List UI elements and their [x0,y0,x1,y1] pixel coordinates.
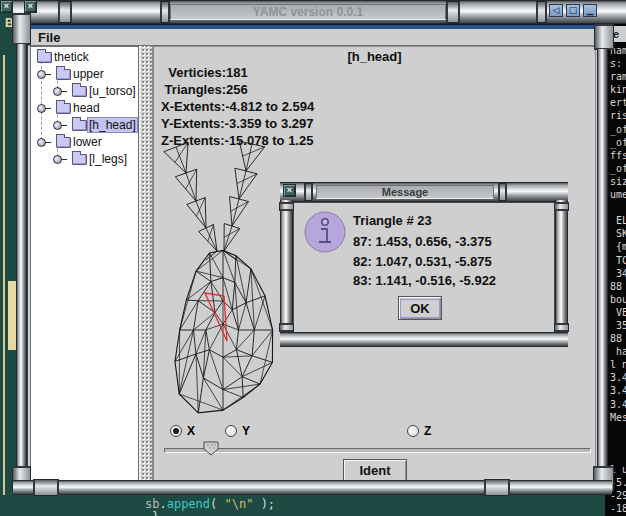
tree-item-label: head [71,101,102,115]
titlebar-joint [446,1,460,23]
tree-item-h-head[interactable]: [h_head] [53,117,138,133]
model-tree-panel: thetick upper [u_torso] head [h_head] lo… [30,46,139,481]
dialog-corner-joint [279,202,294,211]
tree-item-label: thetick [52,50,91,64]
radio-y-icon[interactable] [225,425,237,437]
tree-item-label: [l_legs] [87,152,129,166]
radio-x-label: X [187,424,195,438]
tree-handle-icon[interactable] [37,104,46,113]
dialog-titlebar-joint [304,183,313,201]
folder-icon [56,69,71,80]
dialog-body: Triangle # 23 87: 1.453, 0.656, -3.375 8… [293,202,555,334]
tree-handle-icon[interactable] [37,70,46,79]
window-border-bottom [13,480,612,495]
radio-y[interactable]: Y [225,424,250,438]
folder-icon [72,86,87,97]
dialog-border-right [555,200,568,334]
tree-handle-icon[interactable] [53,87,62,96]
tree-item-lower[interactable]: lower [37,134,104,150]
folder-icon [37,52,52,63]
tree-item-label: [u_torso] [87,84,138,98]
stat-vertices: Verticies:181 [161,65,248,80]
editor-code-line: sb.append( "\n" ); [145,497,275,511]
background-window-border [3,55,5,516]
dialog-corner-joint [279,323,294,332]
folder-icon [56,103,71,114]
maximize-icon[interactable]: □ [566,4,580,17]
folder-icon [72,154,87,165]
tree-item-upper[interactable]: upper [37,66,106,82]
radio-x[interactable]: X [170,424,195,438]
dialog-border-left [280,200,293,334]
folder-icon [56,137,71,148]
dialog-vertex-line: 82: 1.047, 0.531, -5.875 [353,254,492,269]
radio-y-label: Y [242,424,250,438]
radio-z[interactable]: Z [407,424,431,438]
folder-icon [72,120,87,131]
dialog-vertex-line: 87: 1.453, 0.656, -3.375 [353,234,492,249]
dialog-title: Message [382,186,428,198]
info-icon [304,211,346,253]
dialog-vertex-line: 83: 1.141, -0.516, -5.922 [353,273,496,288]
tree-item-label-selected: [h_head] [87,117,138,133]
frame-joint [33,479,59,496]
panel-title: [h_head] [154,49,595,64]
radio-x-icon[interactable] [170,425,182,437]
slider-track[interactable] [164,448,591,453]
window-title: YAMC version 0.0.1 [253,5,363,19]
tree-item-u-torso[interactable]: [u_torso] [53,83,138,99]
tree-handle-icon[interactable] [53,121,62,130]
window-border-left [16,44,27,478]
background-window-close-icon[interactable]: × [0,0,13,13]
titlebar-joint [58,1,72,23]
tree-item-label: lower [71,135,104,149]
ident-button[interactable]: Ident [343,459,407,482]
slider-thumb[interactable] [203,441,220,457]
stat-y-extents: Y-Extents:-3.359 to 3.297 [161,116,313,131]
stat-x-extents: X-Extents:-4.812 to 2.594 [161,99,314,114]
menu-file[interactable]: File [38,30,60,45]
tree-handle-icon[interactable] [37,138,46,147]
window-title-plate: YAMC version 0.0.1 [170,4,446,20]
dialog-titlebar-joint [498,183,507,201]
titlebar-joint [160,1,170,23]
tree-item-label: upper [71,67,106,81]
frame-joint [594,24,614,50]
frame-joint [12,13,31,45]
titlebar-joint [536,1,547,23]
dialog-title-plate: Message [316,185,494,199]
dialog-border-bottom [280,332,568,347]
dialog-corner-joint [554,202,569,211]
tree-item-head[interactable]: head [37,100,102,116]
frame-joint [484,479,510,496]
dialog-close-icon[interactable]: × [283,184,296,197]
window-border-right [597,49,608,478]
ok-button[interactable]: OK [398,296,442,320]
editor-pane: sb.append( "\n" ); } [0,495,626,516]
radio-z-icon[interactable] [407,425,419,437]
window-close-icon[interactable]: × [24,0,37,13]
dialog-corner-joint [554,323,569,332]
minimize-icon[interactable]: ▁ [583,4,597,17]
back-icon[interactable]: ◁ [549,4,563,17]
radio-z-label: Z [424,424,431,438]
tree-item-l-legs[interactable]: [l_legs] [53,151,129,167]
editor-code-line-2: } [152,510,159,516]
terminal-text: nam s: ram kin ert ris _of _of ffs _of s… [610,44,626,515]
tree-item-thetick[interactable]: thetick [37,49,91,65]
stat-triangles: Triangles:256 [161,82,248,97]
tree-handle-icon[interactable] [53,155,62,164]
menu-bar: File [28,29,597,46]
desktop: Bo sb.append( "\n" ); } e nam s: ram kin… [0,0,626,516]
dialog-heading: Triangle # 23 [353,213,432,228]
